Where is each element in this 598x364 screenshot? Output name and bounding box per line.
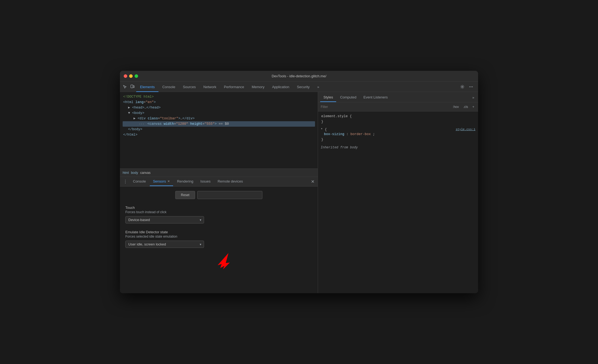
dom-line: ▶ <head>…</head> — [123, 105, 315, 110]
breadcrumb-html[interactable]: html — [123, 171, 129, 175]
titlebar: DevTools - idle-detection.glitch.me/ — [120, 71, 478, 82]
main-content: <!DOCTYPE html> <html lang="en"> ▶ <head… — [120, 92, 478, 293]
dom-line: <!DOCTYPE html> — [123, 94, 315, 100]
svg-point-2 — [462, 86, 463, 87]
maximize-button[interactable] — [135, 74, 138, 78]
breadcrumb-canvas[interactable]: canvas — [140, 171, 151, 175]
tab-event-listeners[interactable]: Event Listeners — [360, 93, 391, 102]
annotation-arrow — [212, 249, 234, 272]
idle-detector-section: Emulate Idle Detector state Forces selec… — [125, 230, 312, 248]
reset-area: Reset — [125, 191, 312, 199]
styles-filter-bar: :hov .cls + — [318, 102, 478, 111]
touch-select-wrapper: Device-based Force enabled Force disable… — [125, 216, 204, 223]
main-toolbar: Elements Console Sources Network Perform… — [120, 82, 478, 92]
tab-performance[interactable]: Performance — [220, 83, 248, 92]
drawer-tab-rendering[interactable]: Rendering — [174, 177, 196, 186]
inspect-icon[interactable] — [121, 83, 129, 91]
filter-actions: :hov .cls + — [451, 104, 475, 109]
more-options-icon[interactable] — [467, 83, 475, 91]
tab-computed[interactable]: Computed — [337, 93, 360, 102]
dom-line: </html> — [123, 132, 315, 138]
cls-button[interactable]: .cls — [462, 104, 469, 109]
touch-select[interactable]: Device-based Force enabled Force disable… — [125, 216, 204, 223]
tab-memory[interactable]: Memory — [248, 83, 268, 92]
drawer-tab-sensors[interactable]: Sensors ✕ — [150, 177, 173, 186]
tab-console[interactable]: Console — [158, 83, 179, 92]
breadcrumb: html body canvas — [120, 168, 318, 177]
touch-label: Touch — [125, 206, 312, 210]
css-rule-element-style: element.style { } — [321, 114, 475, 124]
reset-button[interactable]: Reset — [175, 191, 195, 199]
device-icon[interactable] — [129, 83, 136, 91]
touch-section: Touch Forces touch instead of click Devi… — [125, 206, 312, 223]
dom-viewer[interactable]: <!DOCTYPE html> <html lang="en"> ▶ <head… — [120, 92, 318, 168]
tab-network[interactable]: Network — [200, 83, 220, 92]
dom-line-selected[interactable]: ··· <canvas width="1280" height="555"> =… — [123, 121, 315, 127]
tab-elements[interactable]: Elements — [136, 83, 158, 92]
styles-tab-bar: Styles Computed Event Listeners » — [318, 92, 478, 102]
breadcrumb-body[interactable]: body — [131, 171, 138, 175]
svg-point-5 — [472, 86, 473, 87]
tab-bar: Elements Console Sources Network Perform… — [136, 82, 459, 92]
add-style-button[interactable]: + — [471, 104, 475, 109]
drawer-tab-remote-devices[interactable]: Remote devices — [214, 177, 246, 186]
tab-security[interactable]: Security — [293, 83, 313, 92]
tab-application[interactable]: Application — [268, 83, 293, 92]
idle-detector-description: Forces selected idle state emulation — [125, 235, 312, 238]
tab-more[interactable]: » — [313, 83, 323, 92]
elements-panel: <!DOCTYPE html> <html lang="en"> ▶ <head… — [120, 92, 318, 293]
touch-description: Forces touch instead of click — [125, 210, 312, 214]
styles-panel: Styles Computed Event Listeners » :hov .… — [318, 92, 478, 293]
dom-line: ▶ <div class="toolbar">…</div> — [123, 116, 315, 121]
idle-detector-label: Emulate Idle Detector state — [125, 230, 312, 234]
close-button[interactable] — [124, 74, 127, 78]
styles-content: element.style { } * { style.css:1 — [318, 111, 478, 293]
inherited-from-label: Inherited from body — [321, 146, 475, 149]
css-source-link[interactable]: style.css:1 — [456, 128, 475, 132]
dom-line: ▼ <body> — [123, 110, 315, 116]
settings-icon[interactable] — [459, 83, 466, 91]
drawer-tab-close-icon[interactable]: ✕ — [167, 180, 170, 183]
styles-tab-more-icon[interactable]: » — [471, 93, 476, 102]
drawer-content: Reset Touch Forces touch instead of clic… — [120, 187, 318, 293]
svg-rect-1 — [133, 86, 134, 88]
window-controls — [124, 74, 138, 78]
toolbar-right-actions — [459, 83, 477, 91]
bottom-drawer: ⋮ Console Sensors ✕ Rendering Issues — [120, 177, 318, 293]
window-title: DevTools - idle-detection.glitch.me/ — [272, 74, 326, 78]
hov-button[interactable]: :hov — [451, 104, 460, 109]
svg-point-3 — [469, 86, 470, 87]
drawer-close-icon[interactable]: ✕ — [309, 179, 316, 184]
svg-rect-0 — [131, 85, 133, 88]
tab-styles[interactable]: Styles — [320, 93, 336, 102]
drawer-tab-bar: ⋮ Console Sensors ✕ Rendering Issues — [120, 177, 318, 187]
css-rule-universal: * { style.css:1 box-sizing : border-box … — [321, 128, 475, 142]
drawer-more-icon[interactable]: ⋮ — [122, 179, 129, 184]
dom-line: <html lang="en"> — [123, 100, 315, 105]
dom-line: </body> — [123, 127, 315, 132]
minimize-button[interactable] — [129, 74, 133, 78]
tab-sources[interactable]: Sources — [179, 83, 200, 92]
styles-filter-input[interactable] — [321, 105, 449, 109]
drawer-tab-issues[interactable]: Issues — [197, 177, 214, 186]
idle-detector-select-wrapper: No idle emulation User active, screen un… — [125, 241, 204, 248]
idle-detector-select[interactable]: No idle emulation User active, screen un… — [125, 241, 204, 248]
svg-point-4 — [471, 86, 472, 87]
devtools-window: DevTools - idle-detection.glitch.me/ Ele… — [120, 71, 478, 293]
drawer-tab-console[interactable]: Console — [130, 177, 149, 186]
